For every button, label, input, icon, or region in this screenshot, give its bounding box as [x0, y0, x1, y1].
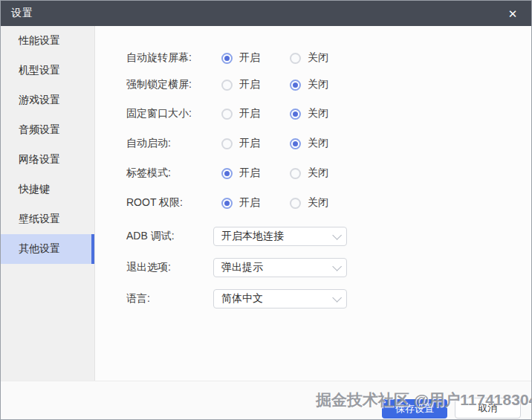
radio-off-label[interactable]: 关闭: [308, 196, 328, 210]
language-select[interactable]: 简体中文: [213, 289, 347, 308]
sidebar-item-label: 壁纸设置: [19, 213, 60, 226]
sidebar-item-other[interactable]: 其他设置: [1, 234, 94, 264]
close-icon[interactable]: ✕: [505, 5, 521, 22]
radio-on-label[interactable]: 开启: [239, 167, 260, 180]
selected-value: 开启本地连接: [221, 230, 284, 243]
setting-label: 标签模式:: [126, 167, 171, 180]
setting-label: 固定窗口大小:: [126, 107, 192, 120]
setting-row-adb-debug: ADB 调试: 开启本地连接: [95, 227, 531, 246]
setting-label: ADB 调试:: [126, 230, 175, 243]
setting-row-force-landscape: 强制锁定横屏: 开启 关闭: [95, 77, 531, 92]
sidebar-item-network[interactable]: 网络设置: [1, 145, 94, 175]
sidebar-item-device-model[interactable]: 机型设置: [1, 56, 94, 85]
radio-on-label[interactable]: 开启: [239, 196, 260, 210]
radio-off[interactable]: [290, 80, 301, 91]
chevron-down-icon: [332, 293, 342, 303]
setting-label: 退出选项:: [126, 261, 171, 274]
radio-on-label[interactable]: 开启: [239, 107, 260, 120]
radio-off[interactable]: [290, 53, 301, 64]
footer-bar: [1, 381, 531, 419]
setting-label: 强制锁定横屏:: [126, 78, 192, 91]
radio-off-label[interactable]: 关闭: [308, 78, 328, 91]
sidebar-item-label: 快捷键: [19, 183, 50, 196]
selected-value: 简体中文: [221, 292, 263, 306]
settings-window: 设置 ✕ 性能设置 机型设置 游戏设置 音频设置 网络设置 快捷键 壁纸设置 其…: [0, 0, 532, 420]
window-title: 设置: [11, 7, 33, 20]
selected-value: 弹出提示: [221, 261, 263, 274]
radio-on[interactable]: [221, 168, 233, 179]
setting-label: 自动启动:: [126, 137, 171, 150]
radio-on[interactable]: [221, 109, 233, 120]
setting-row-tab-mode: 标签模式: 开启 关闭: [95, 166, 531, 181]
radio-off[interactable]: [290, 168, 301, 179]
sidebar-item-label: 机型设置: [19, 64, 60, 77]
setting-row-auto-start: 自动启动: 开启 关闭: [95, 136, 531, 151]
sidebar-item-audio[interactable]: 音频设置: [1, 115, 94, 145]
radio-off-label[interactable]: 关闭: [308, 107, 328, 120]
sidebar-item-label: 性能设置: [19, 34, 60, 48]
setting-row-auto-rotate: 自动旋转屏幕: 开启 关闭: [95, 51, 531, 65]
sidebar-item-label: 网络设置: [19, 153, 60, 167]
radio-on[interactable]: [221, 138, 233, 149]
radio-off[interactable]: [290, 198, 301, 209]
adb-debug-select[interactable]: 开启本地连接: [213, 227, 347, 246]
radio-off-label[interactable]: 关闭: [308, 51, 328, 65]
radio-off[interactable]: [290, 109, 301, 120]
setting-label: ROOT 权限:: [126, 196, 183, 210]
radio-on-label[interactable]: 开启: [239, 137, 260, 150]
setting-row-root-permission: ROOT 权限: 开启 关闭: [95, 196, 531, 210]
setting-row-language: 语言: 简体中文: [95, 289, 531, 308]
window-body: 性能设置 机型设置 游戏设置 音频设置 网络设置 快捷键 壁纸设置 其他设置 自…: [1, 26, 531, 381]
radio-on[interactable]: [221, 80, 233, 91]
sidebar-item-game[interactable]: 游戏设置: [1, 85, 94, 115]
sidebar-item-label: 音频设置: [19, 123, 60, 137]
cancel-button[interactable]: 取消: [455, 398, 521, 419]
setting-label: 语言:: [126, 292, 150, 306]
radio-on[interactable]: [221, 198, 233, 209]
sidebar-item-performance[interactable]: 性能设置: [1, 26, 94, 56]
radio-off-label[interactable]: 关闭: [308, 137, 328, 150]
exit-option-select[interactable]: 弹出提示: [213, 258, 347, 277]
sidebar: 性能设置 机型设置 游戏设置 音频设置 网络设置 快捷键 壁纸设置 其他设置: [1, 26, 95, 381]
setting-row-exit-option: 退出选项: 弹出提示: [95, 258, 531, 277]
title-bar: 设置 ✕: [1, 1, 531, 26]
sidebar-item-shortcuts[interactable]: 快捷键: [1, 175, 94, 204]
radio-off-label[interactable]: 关闭: [308, 167, 328, 180]
settings-panel: 自动旋转屏幕: 开启 关闭 强制锁定横屏: 开启 关闭 固定窗口大小: 开启 关…: [95, 26, 531, 381]
sidebar-item-label: 游戏设置: [19, 94, 60, 107]
sidebar-item-label: 其他设置: [19, 242, 60, 256]
sidebar-item-wallpaper[interactable]: 壁纸设置: [1, 204, 94, 234]
chevron-down-icon: [332, 230, 342, 240]
radio-off[interactable]: [290, 138, 301, 149]
radio-on-label[interactable]: 开启: [239, 78, 260, 91]
radio-on-label[interactable]: 开启: [239, 51, 260, 65]
setting-row-fixed-window-size: 固定窗口大小: 开启 关闭: [95, 106, 531, 121]
setting-label: 自动旋转屏幕:: [126, 51, 192, 65]
chevron-down-icon: [332, 262, 342, 271]
save-settings-button[interactable]: 保存设置: [382, 399, 447, 419]
radio-on[interactable]: [221, 53, 233, 64]
